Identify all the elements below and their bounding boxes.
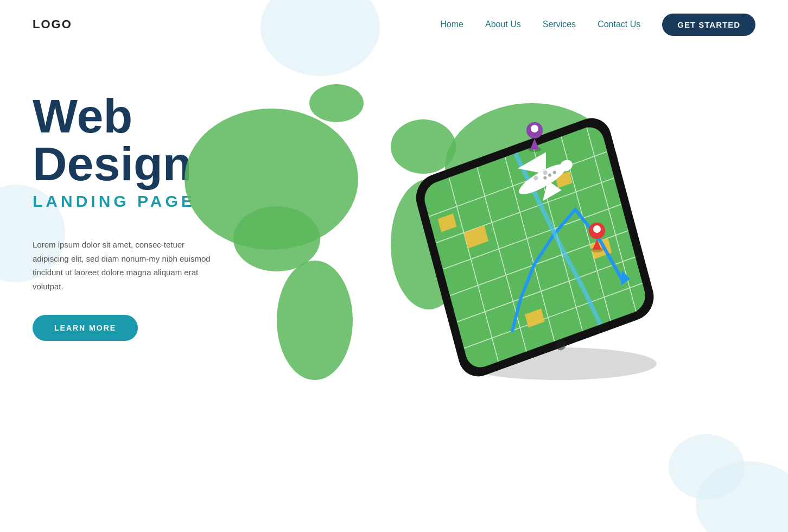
header: LOGO Home About Us Services Contact Us G… (0, 0, 788, 49)
get-started-button[interactable]: GET STARTED (662, 14, 755, 36)
nav-services[interactable]: Services (543, 20, 576, 29)
navigation: Home About Us Services Contact Us GET ST… (440, 14, 755, 36)
hero-title-line1: Web (33, 89, 132, 143)
nav-home[interactable]: Home (440, 20, 463, 29)
svg-point-34 (593, 225, 601, 233)
nav-contact[interactable]: Contact Us (598, 20, 640, 29)
hero-illustration (163, 60, 678, 440)
nav-about[interactable]: About Us (485, 20, 521, 29)
phone-svg (396, 92, 722, 396)
hero-section: Web Design LANDING PAGE Lorem ipsum dolo… (0, 49, 788, 532)
svg-point-10 (309, 84, 364, 122)
svg-point-2 (277, 261, 353, 380)
phone-illustration (396, 92, 722, 396)
learn-more-button[interactable]: LEARN MORE (33, 315, 138, 341)
logo: LOGO (33, 17, 72, 31)
svg-point-1 (233, 206, 320, 271)
svg-point-37 (531, 125, 538, 132)
